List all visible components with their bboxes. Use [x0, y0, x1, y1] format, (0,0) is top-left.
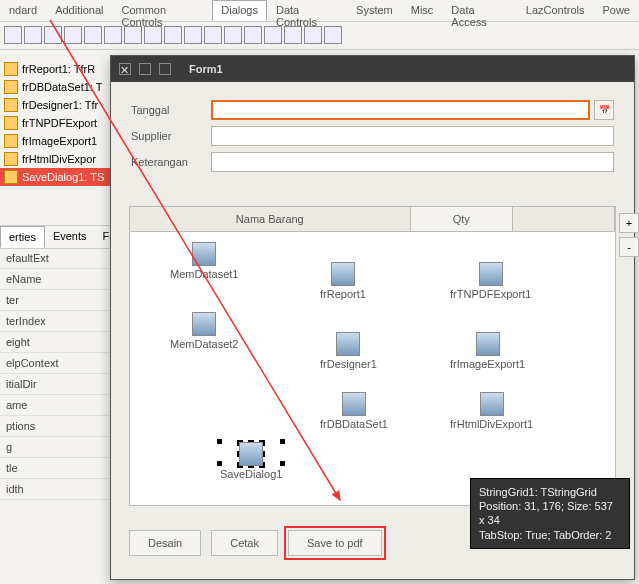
grid-header: Nama BarangQty: [130, 207, 615, 232]
property-tab[interactable]: erties: [0, 226, 45, 248]
titlebar: ✕ Form1: [111, 56, 634, 82]
text-input[interactable]: [211, 152, 614, 172]
grid-column-header[interactable]: Nama Barang: [130, 207, 411, 231]
minimize-icon[interactable]: [139, 63, 151, 75]
form-fields: Tanggal📅SupplierKeterangan: [111, 82, 634, 196]
tree-label: frDesigner1: Tfr: [22, 99, 98, 111]
component-label: SaveDialog1: [220, 468, 282, 480]
palette-tab[interactable]: Dialogs: [212, 0, 267, 21]
palette-tab[interactable]: Data Controls: [267, 0, 347, 21]
form-row: Supplier: [131, 126, 614, 146]
field-label: Supplier: [131, 130, 211, 142]
palette-component-icon[interactable]: [144, 26, 162, 44]
designer-component[interactable]: SaveDialog1: [220, 442, 282, 480]
palette-tab[interactable]: Data Access: [442, 0, 516, 21]
component-icon: [4, 134, 18, 148]
palette-tabs: ndardAdditionalCommon ControlsDialogsDat…: [0, 0, 639, 22]
component-label: frReport1: [320, 288, 366, 300]
designer-component[interactable]: MemDataset2: [170, 312, 238, 350]
palette-component-icon[interactable]: [64, 26, 82, 44]
palette-component-icon[interactable]: [304, 26, 322, 44]
component-icon: [342, 392, 366, 416]
designer-component[interactable]: frDesigner1: [320, 332, 377, 370]
palette-component-icon[interactable]: [244, 26, 262, 44]
component-icon: [192, 242, 216, 266]
component-icon: [239, 442, 263, 466]
grid-column-header[interactable]: [513, 207, 615, 231]
palette-tab[interactable]: ndard: [0, 0, 46, 21]
designer-component[interactable]: frReport1: [320, 262, 366, 300]
component-label: MemDataset2: [170, 338, 238, 350]
palette-tab[interactable]: System: [347, 0, 402, 21]
palette-component-icon[interactable]: [124, 26, 142, 44]
component-icon: [479, 262, 503, 286]
tooltip-line: TabStop: True; TabOrder: 2: [479, 528, 621, 542]
tree-label: frReport1: TfrR: [22, 63, 95, 75]
designer-component[interactable]: frTNPDFExport1: [450, 262, 531, 300]
component-icon: [4, 98, 18, 112]
form-row: Tanggal📅: [131, 100, 614, 120]
component-icon: [192, 312, 216, 336]
grid-column-header[interactable]: Qty: [411, 207, 513, 231]
string-grid[interactable]: Nama BarangQty MemDataset1MemDataset2frR…: [129, 206, 616, 506]
tooltip-line: StringGrid1: TStringGrid: [479, 485, 621, 499]
text-input[interactable]: [211, 126, 614, 146]
action-button[interactable]: Cetak: [211, 530, 278, 556]
palette-component-icon[interactable]: [4, 26, 22, 44]
action-button[interactable]: Desain: [129, 530, 201, 556]
tree-label: frHtmlDivExpor: [22, 153, 96, 165]
palette-tab[interactable]: LazControls: [517, 0, 594, 21]
component-icon: [480, 392, 504, 416]
designer-component[interactable]: frDBDataSet1: [320, 392, 388, 430]
designer-component[interactable]: frHtmlDivExport1: [450, 392, 533, 430]
palette-component-icon[interactable]: [264, 26, 282, 44]
palette-tab[interactable]: Common Controls: [112, 0, 212, 21]
component-icon: [4, 170, 18, 184]
component-icon: [4, 152, 18, 166]
close-icon[interactable]: ✕: [119, 63, 131, 75]
component-label: frImageExport1: [450, 358, 525, 370]
field-label: Keterangan: [131, 156, 211, 168]
tree-label: SaveDialog1: TS: [22, 171, 104, 183]
component-label: frTNPDFExport1: [450, 288, 531, 300]
component-icon: [4, 80, 18, 94]
palette-component-icon[interactable]: [224, 26, 242, 44]
remove-button[interactable]: -: [619, 237, 639, 257]
palette-component-icon[interactable]: [204, 26, 222, 44]
tooltip-line: Position: 31, 176; Size: 537 x 34: [479, 499, 621, 528]
tree-label: frImageExport1: [22, 135, 97, 147]
grid-body: MemDataset1MemDataset2frReport1frDesigne…: [130, 232, 615, 502]
window-title: Form1: [189, 63, 223, 75]
designer-component[interactable]: frImageExport1: [450, 332, 525, 370]
text-input[interactable]: [211, 100, 590, 120]
designer-component[interactable]: MemDataset1: [170, 242, 238, 280]
palette-component-icon[interactable]: [84, 26, 102, 44]
component-icon: [336, 332, 360, 356]
palette-component-icon[interactable]: [284, 26, 302, 44]
palette-component-icon[interactable]: [24, 26, 42, 44]
component-label: frHtmlDivExport1: [450, 418, 533, 430]
add-button[interactable]: +: [619, 213, 639, 233]
field-label: Tanggal: [131, 104, 211, 116]
form-row: Keterangan: [131, 152, 614, 172]
component-icon: [476, 332, 500, 356]
date-picker-button[interactable]: 📅: [594, 100, 614, 120]
component-icon: [4, 62, 18, 76]
component-label: frDBDataSet1: [320, 418, 388, 430]
tree-label: frTNPDFExport: [22, 117, 97, 129]
palette-component-icon[interactable]: [184, 26, 202, 44]
palette-tab[interactable]: Misc: [402, 0, 443, 21]
property-tab[interactable]: Events: [45, 226, 95, 248]
designer-window: ✕ Form1 Tanggal📅SupplierKeterangan Nama …: [110, 55, 635, 580]
palette-tab[interactable]: Powe: [593, 0, 639, 21]
palette-tab[interactable]: Additional: [46, 0, 112, 21]
component-icon: [4, 116, 18, 130]
palette-component-icon[interactable]: [324, 26, 342, 44]
maximize-icon[interactable]: [159, 63, 171, 75]
action-button[interactable]: Save to pdf: [288, 530, 382, 556]
tree-label: frDBDataSet1: T: [22, 81, 103, 93]
palette-component-icon[interactable]: [104, 26, 122, 44]
palette-component-icon[interactable]: [164, 26, 182, 44]
tooltip: StringGrid1: TStringGrid Position: 31, 1…: [470, 478, 630, 549]
palette-component-icon[interactable]: [44, 26, 62, 44]
